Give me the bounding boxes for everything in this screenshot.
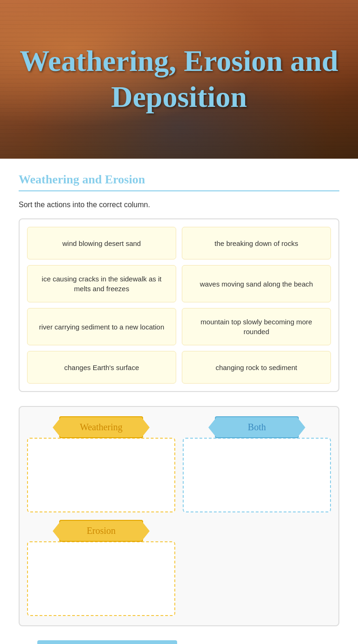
weathering-col: Weathering xyxy=(27,416,175,512)
both-dropzone[interactable] xyxy=(183,438,331,512)
empty-col xyxy=(183,520,331,616)
dropzone-row-top: Weathering Both xyxy=(27,416,331,512)
dropzone-section: Weathering Both Erosion xyxy=(19,406,339,626)
both-col: Both xyxy=(183,416,331,512)
erosion-banner-wrapper: Erosion xyxy=(27,520,175,542)
sort-card-4[interactable]: waves moving sand along the beach xyxy=(182,265,331,302)
bottom-image xyxy=(37,640,177,644)
sort-card-6[interactable]: mountain top slowly becoming more rounde… xyxy=(182,308,331,345)
weathering-banner-wrapper: Weathering xyxy=(27,416,175,438)
section-title: Weathering and Erosion xyxy=(19,173,339,191)
sort-card-5[interactable]: river carrying sediment to a new locatio… xyxy=(27,308,176,345)
erosion-banner: Erosion xyxy=(59,520,143,542)
weathering-banner: Weathering xyxy=(59,416,143,438)
weathering-dropzone[interactable] xyxy=(27,438,175,512)
section-subtitle: Sort the actions into the correct column… xyxy=(19,201,339,209)
sort-card-7[interactable]: changes Earth's surface xyxy=(27,351,176,384)
sort-grid: wind blowing desert sand the breaking do… xyxy=(19,218,339,392)
sort-card-8[interactable]: changing rock to sediment xyxy=(182,351,331,384)
erosion-dropzone[interactable] xyxy=(27,541,175,616)
main-content: Weathering and Erosion Sort the actions … xyxy=(0,159,358,644)
both-banner-wrapper: Both xyxy=(183,416,331,438)
sort-card-1[interactable]: wind blowing desert sand xyxy=(27,227,176,259)
hero-title: Weathering, Erosion and Deposition xyxy=(0,43,358,115)
sort-card-3[interactable]: ice causing cracks in the sidewalk as it… xyxy=(27,265,176,302)
hero-section: Weathering, Erosion and Deposition xyxy=(0,0,358,159)
sort-grid-inner: wind blowing desert sand the breaking do… xyxy=(27,227,331,384)
erosion-col: Erosion xyxy=(27,520,175,616)
both-banner: Both xyxy=(215,416,299,438)
sort-card-2[interactable]: the breaking down of rocks xyxy=(182,227,331,259)
dropzone-row-bottom: Erosion xyxy=(27,520,331,616)
